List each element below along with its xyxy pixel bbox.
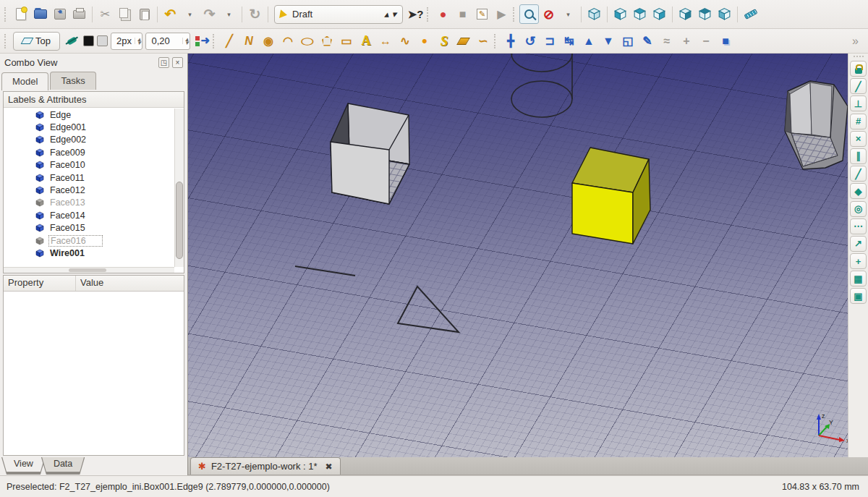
view-bottom-button[interactable] <box>695 4 715 24</box>
3d-viewport[interactable]: z Y x <box>188 54 848 457</box>
add-point-button[interactable]: + <box>676 31 696 51</box>
save-button[interactable] <box>50 4 69 24</box>
snap-extension-button[interactable]: ╱ <box>850 166 867 182</box>
spinner-arrows[interactable]: ▴▾ <box>135 38 141 45</box>
toolbar-drag-handle[interactable] <box>4 34 8 48</box>
tree-item-edge[interactable]: Edge <box>4 109 174 121</box>
toolbar-overflow-button[interactable]: » <box>846 31 865 51</box>
open-gray-box-right[interactable] <box>785 81 848 169</box>
draft-circle-button[interactable]: ◉ <box>258 31 278 51</box>
panel-float-button[interactable]: ◳ <box>158 57 169 68</box>
property-column-header[interactable]: Property <box>4 276 76 291</box>
draft-triangle-object[interactable] <box>398 286 459 332</box>
refresh-button[interactable]: ↻ <box>245 4 265 24</box>
copy-button[interactable] <box>115 4 135 24</box>
draft-trim-button[interactable]: ↹ <box>559 31 579 51</box>
workbench-selector[interactable]: Draft ▴▾ <box>274 5 403 24</box>
tree-item-face016[interactable]: Face016 <box>4 234 174 247</box>
draw-style-button[interactable]: ⊘ <box>539 4 558 24</box>
construction-mode-button[interactable] <box>62 31 82 51</box>
snap-special-button[interactable]: ◆ <box>850 183 867 199</box>
snap-ortho-button[interactable]: + <box>850 253 867 269</box>
tree-item-edge001[interactable]: Edge001 <box>4 121 174 133</box>
draft-move-button[interactable]: ╋ <box>501 31 520 51</box>
snap-center-button[interactable]: ◎ <box>850 201 867 217</box>
toolbar-drag-handle[interactable] <box>213 34 216 48</box>
tree-item-face014[interactable]: Face014 <box>4 209 174 221</box>
wireframe-cylinder[interactable] <box>511 54 572 117</box>
tree-item-face011[interactable]: Face011 <box>4 171 174 184</box>
undo-dropdown[interactable]: ▾ <box>180 4 200 24</box>
toolbar-drag-handle[interactable] <box>494 34 498 48</box>
tree-item-face013[interactable]: Face013 <box>4 197 174 209</box>
working-plane-button[interactable]: Top <box>13 32 60 51</box>
draft-point-button[interactable]: • <box>414 31 434 51</box>
open-document-button[interactable] <box>30 4 50 24</box>
view-left-button[interactable] <box>715 4 734 24</box>
whats-this-button[interactable]: ➤? <box>406 4 425 24</box>
draft-dimension-button[interactable]: ↔ <box>375 31 395 51</box>
draft-bezier-button[interactable]: ∽ <box>473 31 493 51</box>
macro-play-button[interactable]: ▶ <box>492 4 511 24</box>
snap-lock-button[interactable] <box>850 61 867 77</box>
tree-item-face015[interactable]: Face015 <box>4 222 174 234</box>
restrict-working-plane-button[interactable]: ▣ <box>850 288 867 304</box>
line-color-swatch[interactable] <box>83 35 94 46</box>
redo-button[interactable]: ↷ <box>200 4 219 24</box>
scrollbar-thumb[interactable] <box>176 182 183 259</box>
snap-parallel-button[interactable]: ∥ <box>850 148 867 164</box>
tree-item-face009[interactable]: Face009 <box>4 146 174 158</box>
snap-near-button[interactable]: ↗ <box>850 236 867 252</box>
macro-record-button[interactable]: ● <box>433 4 453 24</box>
document-close-icon[interactable]: ✖ <box>326 462 333 472</box>
draw-style-dropdown[interactable]: ▾ <box>558 4 578 24</box>
snap-dimensions-button[interactable]: ⋯ <box>850 218 867 234</box>
draft-wire-button[interactable]: N <box>239 31 258 51</box>
draft-bspline-button[interactable]: ∿ <box>395 31 414 51</box>
view-rear-button[interactable] <box>676 4 695 24</box>
tree-horizontal-scrollbar[interactable] <box>4 267 174 273</box>
toolbar-drag-handle[interactable] <box>427 7 430 22</box>
panel-close-button[interactable]: × <box>172 57 183 68</box>
draft-to-sketch-button[interactable]: ■ <box>715 31 735 51</box>
tab-view[interactable]: View <box>2 456 45 472</box>
cut-button[interactable]: ✂ <box>95 4 115 24</box>
view-axonometric-button[interactable] <box>584 4 604 24</box>
macro-stop-button[interactable]: ■ <box>453 4 472 24</box>
measure-distance-button[interactable] <box>741 4 760 24</box>
redo-dropdown[interactable]: ▾ <box>219 4 239 24</box>
macro-edit-button[interactable]: ✎ <box>472 4 492 24</box>
value-column-header[interactable]: Value <box>76 276 184 291</box>
draft-line-object[interactable] <box>295 266 355 276</box>
print-button[interactable] <box>69 4 89 24</box>
tab-tasks[interactable]: Tasks <box>50 72 95 90</box>
view-top-button[interactable] <box>630 4 650 24</box>
draft-rectangle-button[interactable]: ▭ <box>336 31 356 51</box>
yellow-cube[interactable] <box>572 148 650 244</box>
draft-shapestring-button[interactable]: S <box>434 31 454 51</box>
tree-item-wire001[interactable]: Wire001 <box>4 247 174 259</box>
tree-item-face010[interactable]: Face010 <box>4 159 174 171</box>
open-gray-box-left[interactable] <box>331 103 409 204</box>
snap-endpoint-button[interactable]: ╱ <box>850 78 867 94</box>
paste-button[interactable] <box>135 4 154 24</box>
face-color-swatch[interactable] <box>97 35 108 46</box>
draft-scale-button[interactable]: ◱ <box>618 31 637 51</box>
draft-arc-button[interactable]: ◠ <box>278 31 297 51</box>
tree-vertical-scrollbar[interactable] <box>174 109 184 267</box>
snap-intersection-button[interactable]: × <box>850 131 867 147</box>
toolbar-drag-handle[interactable] <box>513 7 516 22</box>
draft-polygon-button[interactable] <box>317 31 336 51</box>
draft-line-button[interactable]: ╱ <box>219 31 239 51</box>
new-document-button[interactable] <box>11 4 30 24</box>
draft-edit-button[interactable]: ✎ <box>637 31 657 51</box>
draft-offset-button[interactable]: ⊐ <box>540 31 559 51</box>
snap-working-plane-button[interactable]: ▦ <box>850 271 867 286</box>
view-front-button[interactable] <box>610 4 630 24</box>
tree-item-face012[interactable]: Face012 <box>4 184 174 196</box>
apply-style-button[interactable]: ➜ <box>192 31 211 51</box>
draft-text-button[interactable]: A <box>356 31 375 51</box>
fit-all-button[interactable] <box>519 4 539 24</box>
draft-ellipse-button[interactable]: ◯ <box>297 31 317 51</box>
draft-downgrade-button[interactable]: ▼ <box>598 31 618 51</box>
